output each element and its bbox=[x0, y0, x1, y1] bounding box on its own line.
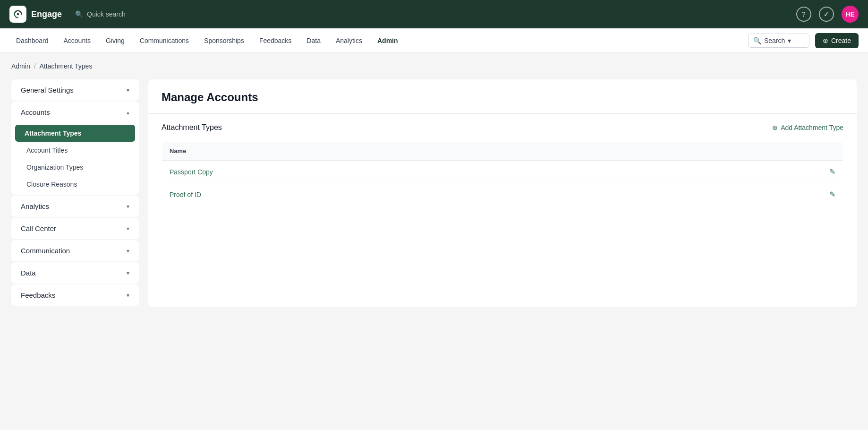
add-circle-icon: ⊕ bbox=[772, 124, 778, 131]
search-dropdown-icon: ▾ bbox=[788, 37, 791, 44]
page-wrapper: Admin / Attachment Types General Setting… bbox=[0, 53, 868, 430]
search-box-label: Search bbox=[764, 37, 785, 44]
sidebar-section-feedbacks: Feedbacks ▾ bbox=[11, 284, 139, 306]
chevron-down-icon-data: ▾ bbox=[127, 270, 129, 276]
row-passport-copy[interactable]: Passport Copy bbox=[162, 161, 661, 183]
chevron-down-icon-feedbacks: ▾ bbox=[127, 292, 129, 299]
sidebar-section-call-center: Call Center ▾ bbox=[11, 218, 139, 239]
chevron-down-icon-general: ▾ bbox=[127, 87, 129, 94]
breadcrumb-separator: / bbox=[34, 62, 36, 70]
nav-right: 🔍 Search ▾ ⊕ Create bbox=[748, 33, 859, 48]
sidebar-item-closure-reasons[interactable]: Closure Reasons bbox=[11, 176, 139, 193]
nav-item-accounts[interactable]: Accounts bbox=[57, 33, 98, 48]
nav-item-dashboard[interactable]: Dashboard bbox=[9, 33, 55, 48]
sidebar-general-label: General Settings bbox=[21, 86, 74, 94]
add-button-label: Add Attachment Type bbox=[781, 124, 843, 131]
nav-item-feedbacks[interactable]: Feedbacks bbox=[253, 33, 298, 48]
create-label: Create bbox=[831, 37, 851, 44]
sidebar-communication-label: Communication bbox=[21, 247, 70, 255]
nav-item-sponsorships[interactable]: Sponsorships bbox=[197, 33, 251, 48]
sidebar-header-data[interactable]: Data ▾ bbox=[11, 262, 139, 284]
chevron-down-icon-analytics: ▾ bbox=[127, 203, 129, 210]
nav-item-communications[interactable]: Communications bbox=[133, 33, 196, 48]
notifications-button[interactable]: ✓ bbox=[819, 7, 834, 22]
edit-proof-of-id-icon[interactable]: ✎ bbox=[829, 190, 835, 198]
sidebar-item-organization-types[interactable]: Organization Types bbox=[11, 159, 139, 176]
attachment-types-table: Name Passport Copy ✎ Proof of ID bbox=[162, 141, 843, 206]
main-content: Manage Accounts Attachment Types ⊕ Add A… bbox=[148, 79, 857, 307]
table-body: Passport Copy ✎ Proof of ID ✎ bbox=[162, 161, 843, 206]
create-button[interactable]: ⊕ Create bbox=[815, 33, 859, 48]
quick-search-label: Quick search bbox=[87, 10, 126, 18]
col-name: Name bbox=[162, 142, 661, 161]
sidebar-call-center-label: Call Center bbox=[21, 224, 56, 232]
app-name: Engage bbox=[31, 9, 62, 19]
help-button[interactable]: ? bbox=[796, 7, 811, 22]
sidebar-section-data: Data ▾ bbox=[11, 262, 139, 284]
sidebar-header-general[interactable]: General Settings ▾ bbox=[11, 79, 139, 101]
chevron-down-icon-call-center: ▾ bbox=[127, 225, 129, 232]
secondary-nav: Dashboard Accounts Giving Communications… bbox=[0, 28, 868, 53]
search-box-icon: 🔍 bbox=[753, 37, 761, 44]
sidebar-accounts-label: Accounts bbox=[21, 108, 50, 116]
sidebar-item-attachment-types[interactable]: Attachment Types bbox=[15, 125, 135, 142]
sidebar-accounts-items: Attachment Types Account Titles Organiza… bbox=[11, 123, 139, 195]
section-header: Attachment Types ⊕ Add Attachment Type bbox=[148, 114, 857, 141]
content-layout: General Settings ▾ Accounts ▴ Attachment… bbox=[11, 79, 857, 307]
sidebar-section-general: General Settings ▾ bbox=[11, 79, 139, 101]
nav-item-giving[interactable]: Giving bbox=[99, 33, 131, 48]
quick-search[interactable]: 🔍 Quick search bbox=[75, 10, 126, 18]
search-box[interactable]: 🔍 Search ▾ bbox=[748, 34, 809, 48]
row-passport-copy-actions: ✎ bbox=[661, 161, 843, 183]
check-icon: ✓ bbox=[824, 10, 829, 18]
sidebar-header-feedbacks[interactable]: Feedbacks ▾ bbox=[11, 284, 139, 306]
chevron-down-icon-communication: ▾ bbox=[127, 248, 129, 254]
breadcrumb-parent[interactable]: Admin bbox=[11, 62, 30, 70]
nav-item-data[interactable]: Data bbox=[300, 33, 327, 48]
col-actions bbox=[661, 142, 843, 161]
chevron-up-icon-accounts: ▴ bbox=[127, 109, 129, 116]
help-icon: ? bbox=[802, 10, 806, 18]
sidebar-section-communication: Communication ▾ bbox=[11, 240, 139, 261]
breadcrumb: Admin / Attachment Types bbox=[11, 62, 857, 70]
create-icon: ⊕ bbox=[823, 37, 828, 44]
sidebar-analytics-label: Analytics bbox=[21, 202, 49, 210]
sidebar-section-accounts: Accounts ▴ Attachment Types Account Titl… bbox=[11, 102, 139, 195]
search-icon: 🔍 bbox=[75, 10, 83, 18]
sidebar-feedbacks-label: Feedbacks bbox=[21, 291, 55, 299]
avatar[interactable]: HE bbox=[842, 6, 859, 23]
sidebar-header-accounts[interactable]: Accounts ▴ bbox=[11, 102, 139, 123]
page-title: Manage Accounts bbox=[148, 79, 857, 114]
svg-point-0 bbox=[17, 13, 19, 16]
top-bar: Engage 🔍 Quick search ? ✓ HE bbox=[0, 0, 868, 28]
row-proof-of-id[interactable]: Proof of ID bbox=[162, 183, 661, 206]
sidebar-item-account-titles[interactable]: Account Titles bbox=[11, 142, 139, 159]
breadcrumb-current: Attachment Types bbox=[40, 62, 93, 70]
sidebar-header-communication[interactable]: Communication ▾ bbox=[11, 240, 139, 261]
top-bar-actions: ? ✓ HE bbox=[796, 6, 859, 23]
app-logo[interactable]: Engage bbox=[9, 6, 62, 23]
sidebar-data-label: Data bbox=[21, 269, 36, 277]
nav-item-admin[interactable]: Admin bbox=[371, 33, 405, 48]
table-row: Proof of ID ✎ bbox=[162, 183, 843, 206]
sidebar: General Settings ▾ Accounts ▴ Attachment… bbox=[11, 79, 139, 307]
nav-item-analytics[interactable]: Analytics bbox=[329, 33, 369, 48]
section-title: Attachment Types bbox=[162, 123, 222, 132]
table-header: Name bbox=[162, 142, 843, 161]
sidebar-header-call-center[interactable]: Call Center ▾ bbox=[11, 218, 139, 239]
table-container: Name Passport Copy ✎ Proof of ID bbox=[148, 141, 857, 219]
logo-icon bbox=[9, 6, 26, 23]
sidebar-header-analytics[interactable]: Analytics ▾ bbox=[11, 196, 139, 217]
edit-passport-copy-icon[interactable]: ✎ bbox=[829, 168, 835, 176]
row-proof-of-id-actions: ✎ bbox=[661, 183, 843, 206]
sidebar-section-analytics: Analytics ▾ bbox=[11, 196, 139, 217]
table-row: Passport Copy ✎ bbox=[162, 161, 843, 183]
add-attachment-type-button[interactable]: ⊕ Add Attachment Type bbox=[772, 124, 843, 131]
